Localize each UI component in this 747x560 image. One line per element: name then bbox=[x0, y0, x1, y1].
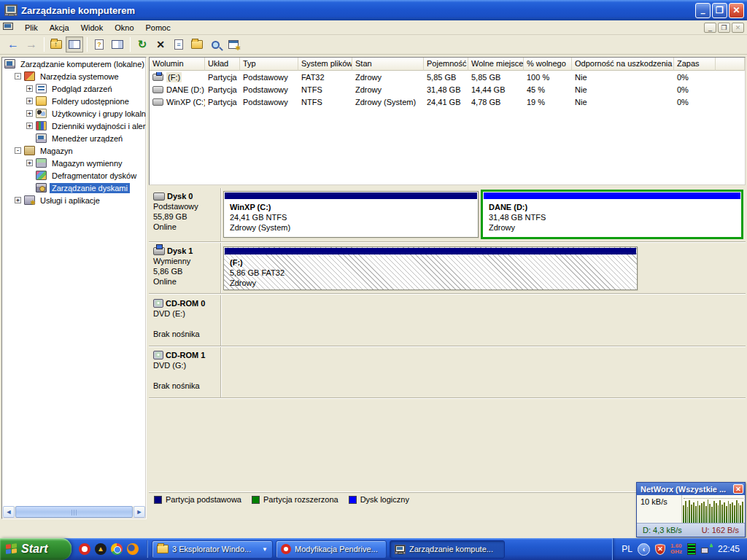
networx-bar bbox=[683, 505, 684, 523]
networx-title-bar[interactable]: NetWorx (Wszystkie ... ✕ bbox=[637, 483, 745, 495]
tree-item-computer-management[interactable]: Zarządzanie komputerem (lokalne) bbox=[2, 58, 146, 70]
volume-row-dane[interactable]: DANE (D:) Partycja Podstawowy NTFS Zdrow… bbox=[150, 83, 745, 96]
quick-launch-bar: ▲ bbox=[71, 543, 144, 555]
title-bar[interactable]: Zarządzanie komputerem – ❐ ✕ bbox=[0, 0, 747, 20]
networx-status-bar: D: 4,3 kB/s U: 162 B/s bbox=[637, 524, 745, 537]
open-folder-button[interactable] bbox=[188, 36, 206, 52]
tree-item-local-users-groups[interactable]: + Użytkownicy i grupy lokalne bbox=[2, 107, 146, 120]
start-button[interactable]: Start bbox=[0, 538, 71, 560]
tree-item-services-applications[interactable]: + Usługi i aplikacje bbox=[2, 194, 146, 206]
up-one-level-button[interactable]: ↑ bbox=[47, 36, 65, 52]
tree-item-performance-logs[interactable]: + Dzienniki wydajności i alerty bbox=[2, 120, 146, 132]
column-header-capacity[interactable]: Pojemność bbox=[424, 58, 468, 71]
tree-item-system-tools[interactable]: - Narzędzia systemowe bbox=[2, 70, 146, 82]
networx-bar bbox=[740, 505, 741, 523]
child-minimize-button[interactable]: _ bbox=[704, 23, 716, 33]
language-indicator[interactable]: PL bbox=[622, 544, 632, 554]
column-header-fault-tolerance[interactable]: Odporność na uszkodzenia bbox=[572, 58, 674, 71]
tree-item-disk-defragmenter[interactable]: Defragmentator dysków bbox=[2, 169, 146, 182]
back-button[interactable]: ← bbox=[4, 36, 22, 52]
column-header-free-space[interactable]: Wolne miejsce bbox=[468, 58, 524, 71]
tree-horizontal-scrollbar[interactable]: ◄ ► bbox=[3, 506, 145, 518]
tray-collapse-chevron-icon[interactable]: ‹ bbox=[638, 543, 650, 556]
column-header-layout[interactable]: Układ bbox=[205, 58, 240, 71]
column-header-volume[interactable]: Wolumin bbox=[150, 58, 205, 71]
refresh-button[interactable]: ↻ bbox=[133, 36, 151, 52]
child-window-icon[interactable] bbox=[3, 23, 15, 33]
properties-button[interactable]: ≡ bbox=[170, 36, 187, 52]
forward-button[interactable]: → bbox=[23, 36, 40, 52]
window-title: Zarządzanie komputerem bbox=[21, 5, 694, 16]
delete-button[interactable]: ✕ bbox=[152, 36, 169, 52]
tree-item-storage[interactable]: - Magazyn bbox=[2, 144, 146, 157]
cdrom1-row: CD-ROM 1 DVD (G:) Brak nośnika bbox=[149, 347, 746, 398]
menu-file[interactable]: Plik bbox=[19, 22, 44, 34]
column-header-status[interactable]: Stan bbox=[352, 58, 424, 71]
clock[interactable]: 22:45 bbox=[718, 544, 740, 554]
tree-item-event-viewer[interactable]: + Podgląd zdarzeń bbox=[2, 82, 146, 95]
menu-help[interactable]: Pomoc bbox=[140, 22, 177, 34]
search-button[interactable] bbox=[206, 36, 224, 52]
networx-bar bbox=[716, 503, 717, 523]
expand-expander[interactable]: + bbox=[26, 110, 33, 117]
partition-dane-d[interactable]: DANE (D:) 31,48 GB NTFS Zdrowy bbox=[481, 190, 743, 239]
column-header-filesystem[interactable]: System plików bbox=[298, 58, 352, 71]
folder-icon bbox=[157, 545, 169, 553]
volume-row-f[interactable]: (F:) Partycja Podstawowy FAT32 Zdrowy 5,… bbox=[150, 71, 745, 83]
scrollbar-thumb[interactable] bbox=[15, 506, 133, 518]
child-close-button[interactable]: ✕ bbox=[732, 23, 744, 33]
menu-window[interactable]: Okno bbox=[109, 22, 139, 34]
console-tree-toggle-button[interactable] bbox=[66, 36, 83, 52]
expand-expander[interactable]: + bbox=[26, 160, 33, 166]
disk1-header[interactable]: Dysk 1 Wymienny 5,86 GB Online bbox=[149, 243, 221, 293]
taskbar-button-explorer-group[interactable]: 3 Eksplorator Windo... ▼ bbox=[152, 540, 273, 559]
disk0-header[interactable]: Dysk 0 Podstawowy 55,89 GB Online bbox=[149, 188, 221, 241]
partition-f[interactable]: (F:) 5,86 GB FAT32 Zdrowy bbox=[223, 246, 638, 290]
detail-pane-toggle-button[interactable] bbox=[109, 36, 126, 52]
networx-widget[interactable]: NetWorx (Wszystkie ... ✕ 10 kB/s D: 4,3 … bbox=[636, 482, 746, 537]
tree-item-disk-management[interactable]: Zarządzanie dyskami bbox=[2, 182, 146, 194]
networx-close-button[interactable]: ✕ bbox=[733, 484, 743, 494]
chrome-icon[interactable] bbox=[111, 543, 123, 555]
collapse-expander[interactable]: - bbox=[15, 147, 21, 154]
menu-bar: Plik Akcja Widok Okno Pomoc _ ❐ ✕ bbox=[0, 20, 747, 35]
networx-bar bbox=[691, 505, 692, 523]
cdrom0-header[interactable]: CD-ROM 0 DVD (E:) Brak nośnika bbox=[149, 295, 221, 346]
volume-row-winxp[interactable]: WinXP (C:) Partycja Podstawowy NTFS Zdro… bbox=[150, 96, 745, 108]
network-meter-icon[interactable] bbox=[687, 543, 696, 555]
tree-item-removable-storage[interactable]: + Magazyn wymienny bbox=[2, 157, 146, 169]
settings-button[interactable] bbox=[225, 36, 242, 52]
expand-expander[interactable]: + bbox=[26, 98, 33, 104]
minimize-button[interactable]: – bbox=[695, 3, 711, 18]
menu-action[interactable]: Akcja bbox=[44, 22, 75, 34]
help-topics-button[interactable]: ? bbox=[90, 36, 108, 52]
taskbar-button-computer-management[interactable]: Zarządzanie kompute... bbox=[390, 540, 505, 559]
restore-button[interactable]: ❐ bbox=[712, 3, 727, 18]
collapse-expander[interactable]: - bbox=[15, 73, 21, 79]
wireless-network-icon[interactable] bbox=[701, 544, 713, 554]
close-button[interactable]: ✕ bbox=[729, 3, 744, 18]
expand-expander[interactable]: + bbox=[26, 122, 33, 129]
column-header-overhead[interactable]: Zapas bbox=[674, 58, 716, 71]
expand-expander[interactable]: + bbox=[15, 197, 21, 203]
menu-view[interactable]: Widok bbox=[75, 22, 109, 34]
column-header-percent-free[interactable]: % wolnego bbox=[524, 58, 572, 71]
taskbar-divider bbox=[147, 540, 148, 558]
scroll-left-arrow[interactable]: ◄ bbox=[3, 506, 15, 518]
cdrom1-header[interactable]: CD-ROM 1 DVD (G:) Brak nośnika bbox=[149, 347, 221, 397]
child-restore-button[interactable]: ❐ bbox=[718, 23, 730, 33]
tree-item-device-manager[interactable]: Menedżer urządzeń bbox=[2, 132, 146, 144]
tree-item-shared-folders[interactable]: + Foldery udostępnione bbox=[2, 95, 146, 107]
scroll-right-arrow[interactable]: ► bbox=[133, 506, 145, 518]
delete-icon: ✕ bbox=[156, 39, 165, 50]
firefox-icon[interactable] bbox=[127, 543, 139, 555]
expand-expander[interactable]: + bbox=[26, 85, 33, 92]
column-header-type[interactable]: Typ bbox=[240, 58, 298, 71]
security-alert-icon[interactable]: ✕ bbox=[655, 544, 665, 555]
volume-list-header: Wolumin Układ Typ System plików Stan Poj… bbox=[150, 58, 745, 71]
opera-icon[interactable] bbox=[79, 543, 90, 555]
partition-winxp-c[interactable]: WinXP (C:) 24,41 GB NTFS Zdrowy (System) bbox=[223, 191, 479, 238]
cpu-frequency-icon[interactable]: 1.60 GHz bbox=[670, 543, 682, 555]
taskbar-button-opera[interactable]: Modyfikacja Pendrive... bbox=[276, 540, 387, 559]
alert-app-icon[interactable]: ▲ bbox=[95, 543, 107, 555]
